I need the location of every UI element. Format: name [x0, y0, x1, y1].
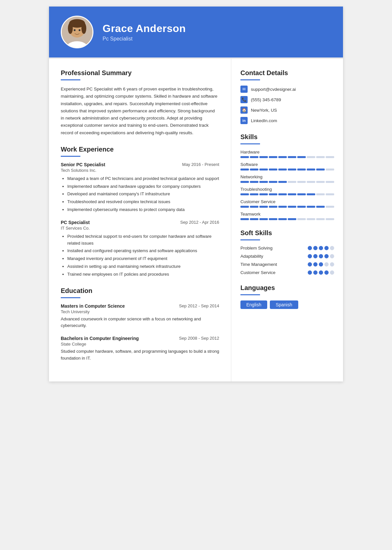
job-bullet: Troubleshooted and resolved complex tech… — [67, 199, 219, 205]
contact-underline — [240, 79, 260, 80]
skill-segment — [297, 169, 306, 170]
skill-segment — [250, 193, 258, 195]
skill-segment — [269, 156, 277, 158]
education-section: Education Masters in Computer Science Se… — [61, 287, 219, 362]
soft-skill-dot — [319, 270, 323, 275]
skill-segment — [316, 218, 325, 220]
header-info: Grace Anderson Pc Specialist — [103, 23, 186, 42]
skill-segment — [316, 156, 325, 158]
soft-skill-name: Customer Service — [240, 270, 292, 275]
skill-segment — [326, 156, 334, 158]
skills-title: Skills — [240, 133, 334, 141]
soft-skills-title: Soft Skills — [240, 229, 334, 237]
skill-bar — [240, 169, 334, 170]
job-bullet: Managed a team of PC technicians and pro… — [67, 175, 219, 182]
skill-segment — [259, 156, 268, 158]
languages-section: Languages EnglishSpanish — [240, 284, 334, 309]
job-bullet: Installed and configured operating syste… — [67, 248, 219, 254]
soft-skill-dot — [319, 262, 323, 267]
work-experience-section: Work Experience Senior PC Specialist May… — [61, 146, 219, 278]
soft-skill-name: Adaptability — [240, 254, 292, 259]
skill-segment — [250, 169, 258, 170]
skill-segment — [278, 169, 287, 170]
skill-bar — [240, 206, 334, 208]
skill-segment — [307, 156, 315, 158]
edu-school: Tech University — [61, 309, 219, 314]
summary-title: Professional Summary — [61, 69, 219, 77]
right-column: Contact Details ✉ support@cvdesigner.ai … — [231, 59, 343, 381]
skill-segment — [297, 206, 306, 208]
resume-header: Grace Anderson Pc Specialist — [49, 7, 343, 57]
work-experience-title: Work Experience — [61, 146, 219, 153]
skill-segment — [240, 218, 249, 220]
job-bullet: Trained new employees on IT policies and… — [67, 271, 219, 278]
skill-segment — [269, 181, 277, 183]
skill-segment — [250, 156, 258, 158]
skill-segment — [269, 169, 277, 170]
skill-segment — [259, 181, 268, 183]
skill-segment — [288, 193, 296, 195]
skill-item: Hardware — [240, 150, 334, 158]
skill-segment — [278, 218, 287, 220]
soft-skill-dots — [308, 254, 334, 258]
skills-section: Skills HardwareSoftwareNetworkingTrouble… — [240, 133, 334, 220]
soft-skill-item: Time Management — [240, 262, 334, 267]
edu-school: State College — [61, 342, 219, 347]
contact-phone: (555) 345-6789 — [251, 97, 281, 102]
job-bullet: Developed and maintained company's IT in… — [67, 191, 219, 198]
soft-skill-dot — [324, 254, 329, 258]
phone-icon: 📞 — [240, 96, 248, 103]
job-item: PC Specialist Sep 2012 - Apr 2016 IT Ser… — [61, 220, 219, 278]
soft-skill-dot — [330, 270, 334, 275]
avatar — [61, 16, 93, 48]
skill-name: Software — [240, 162, 334, 167]
contact-phone-item: 📞 (555) 345-6789 — [240, 96, 334, 103]
skill-segment — [240, 169, 249, 170]
soft-skill-dot — [313, 270, 318, 275]
skill-item: Networking — [240, 174, 334, 183]
soft-skill-dot — [330, 246, 334, 250]
skill-segment — [288, 218, 296, 220]
contact-section: Contact Details ✉ support@cvdesigner.ai … — [240, 69, 334, 124]
skill-segment — [240, 181, 249, 183]
summary-section: Professional Summary Experienced PC Spec… — [61, 69, 219, 137]
job-title: PC Specialist — [61, 220, 90, 225]
job-bullets: Managed a team of PC technicians and pro… — [61, 175, 219, 213]
job-company: Tech Solutions Inc. — [61, 168, 219, 173]
soft-skill-name: Problem Solving — [240, 246, 292, 251]
soft-skill-dot — [308, 262, 312, 267]
soft-skill-dot — [330, 254, 334, 258]
edu-desc: Advanced coursework in computer science … — [61, 316, 219, 330]
svg-point-7 — [79, 29, 81, 31]
skill-name: Customer Service — [240, 199, 334, 204]
languages-title: Languages — [240, 284, 334, 292]
linkedin-icon: in — [240, 117, 248, 124]
skill-segment — [297, 156, 306, 158]
job-item: Senior PC Specialist May 2016 - Present … — [61, 162, 219, 213]
soft-skills-underline — [240, 239, 260, 240]
skill-segment — [288, 206, 296, 208]
education-underline — [61, 297, 80, 298]
candidate-name: Grace Anderson — [103, 23, 186, 35]
skill-segment — [326, 206, 334, 208]
soft-skill-dot — [324, 246, 329, 250]
summary-underline — [61, 79, 80, 80]
soft-skill-dot — [313, 246, 318, 250]
skills-container: HardwareSoftwareNetworkingTroubleshootin… — [240, 150, 334, 220]
edu-desc: Studied computer hardware, software, and… — [61, 348, 219, 362]
contact-title: Contact Details — [240, 69, 334, 77]
skill-segment — [288, 156, 296, 158]
soft-skill-dot — [313, 254, 318, 258]
job-date: May 2016 - Present — [182, 162, 219, 167]
job-title: Senior PC Specialist — [61, 162, 105, 167]
contact-linkedin-item: in LinkedIn.com — [240, 117, 334, 124]
soft-skill-dot — [324, 262, 329, 267]
soft-skill-name: Time Management — [240, 262, 292, 267]
skill-segment — [269, 218, 277, 220]
skill-segment — [250, 181, 258, 183]
candidate-title: Pc Specialist — [103, 36, 186, 42]
job-bullet: Implemented cybersecurity measures to pr… — [67, 206, 219, 213]
skill-item: Software — [240, 162, 334, 170]
skill-segment — [316, 169, 325, 170]
skill-name: Networking — [240, 174, 334, 179]
